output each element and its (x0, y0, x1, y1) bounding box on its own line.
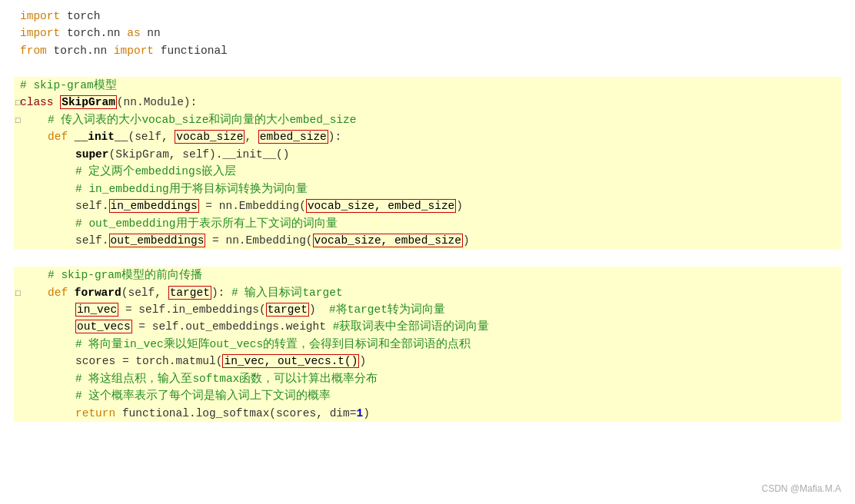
code-text: functional (154, 45, 228, 57)
code-text: = nn.Embedding( (205, 234, 312, 247)
vocab-size-box: vocab_size (175, 130, 245, 144)
code-text: torch (67, 10, 101, 22)
skipgram-box: SkipGram (60, 95, 117, 109)
out-embeddings-box: out_embeddings (109, 234, 206, 247)
in-vec-box: in_vec (75, 303, 118, 317)
code-text: ) (463, 234, 470, 247)
in-embeddings-box: in_embeddings (109, 199, 199, 213)
code-text: ) (359, 355, 366, 367)
code-text: ): (328, 131, 341, 143)
keyword-class: class (20, 96, 54, 108)
comment-line16: # skip-gram模型的前向传播 (48, 269, 202, 281)
target-box: target (168, 286, 211, 300)
vocab-size-box2: vocab_size, embed_size (306, 199, 456, 213)
code-area: import torch import torch.nn as nn from … (14, 8, 841, 422)
code-text: ): (211, 287, 231, 299)
code-text: = nn.Embedding( (199, 200, 306, 212)
comment-line22: # 将这组点积，输入至softmax函数，可以计算出概率分布 (75, 373, 378, 385)
comment-line13: # out_embedding用于表示所有上下文词的词向量 (75, 217, 338, 230)
embed-size-box: embed_size (258, 130, 328, 144)
code-text: (self, (121, 287, 168, 299)
target-box2: target (266, 303, 309, 317)
comment-line20: # 将向量in_vec乘以矩阵out_vecs的转置，会得到目标词和全部词语的点… (75, 338, 471, 350)
code-text: ) (363, 407, 370, 419)
code-text: = self.out_embeddings.weight (132, 320, 333, 333)
out-vecs-box: out_vecs (75, 320, 132, 333)
code-text: ) (309, 303, 329, 316)
code-text: scores = torch.matmul( (75, 355, 222, 367)
keyword-def2: def (48, 287, 68, 299)
code-text: (SkipGram, self).__init__() (109, 148, 290, 161)
keyword-import3: import (114, 45, 154, 57)
code-text: ) (456, 200, 463, 212)
code-text: (self, (128, 131, 175, 143)
code-text: , (245, 131, 258, 143)
vocab-size-box3: vocab_size, embed_size (313, 234, 463, 247)
comment-line11: # in_embedding用于将目标词转换为词向量 (75, 183, 308, 195)
number-1: 1 (356, 407, 363, 419)
keyword-return: return (75, 407, 115, 419)
keyword-import2: import (20, 27, 60, 39)
keyword-import: import (20, 10, 60, 22)
class-name-skipgram: SkipGram (60, 95, 117, 109)
comment-line7: # 传入词表的大小vocab_size和词向量的大小embed_size (48, 114, 356, 126)
watermark: CSDN @Mafia.M.A (761, 482, 841, 496)
code-text: torch.nn (54, 45, 114, 57)
code-container: import torch import torch.nn as nn from … (0, 0, 855, 504)
comment-inline-19: #获取词表中全部词语的词向量 (333, 320, 490, 333)
code-text: functional.log_softmax(scores, dim= (115, 407, 356, 419)
code-text: torch.nn (67, 27, 127, 39)
keyword-def: def (48, 131, 68, 143)
code-text: (nn.Module): (117, 96, 197, 108)
code-text: = self.in_embeddings( (118, 303, 265, 316)
comment-inline-17: # 输入目标词target (231, 287, 343, 299)
func-name-forward: forward (75, 287, 121, 299)
code-text: nn (141, 27, 161, 39)
func-name-init: __init__ (75, 131, 128, 143)
comment-line5: # skip-gram模型 (20, 79, 117, 91)
keyword-as: as (127, 27, 140, 39)
code-text: self. (75, 234, 109, 247)
comment-inline-18: #将target转为词向量 (329, 303, 445, 316)
comment-line10: # 定义两个embeddings嵌入层 (75, 165, 236, 177)
comment-line23: # 这个概率表示了每个词是输入词上下文词的概率 (75, 390, 331, 402)
builtin-super: super (75, 148, 109, 161)
code-text: self. (75, 200, 109, 212)
matmul-args-box: in_vec, out_vecs.t() (222, 354, 359, 368)
keyword-from: from (20, 45, 47, 57)
